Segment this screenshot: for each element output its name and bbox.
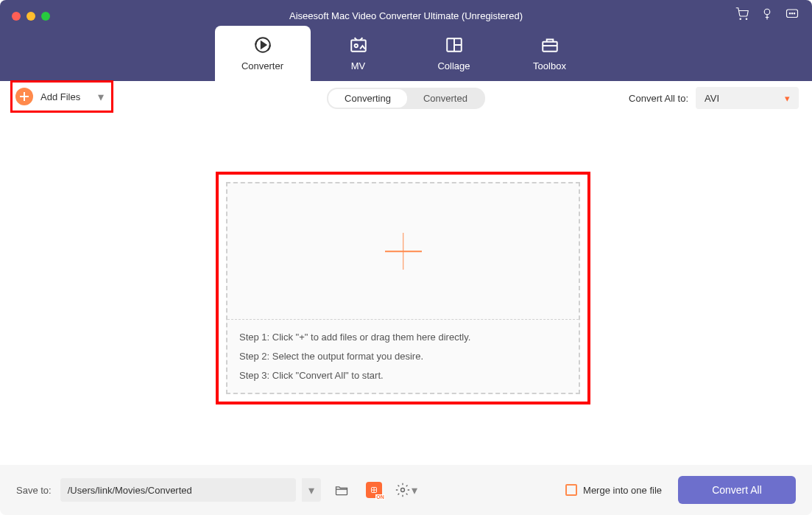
settings-button[interactable]: ▾ <box>395 478 418 502</box>
svg-rect-16 <box>543 42 557 52</box>
add-files-label: Add Files <box>40 91 80 102</box>
add-files-highlight: Add Files ▾ <box>10 80 113 113</box>
gpu-on-icon <box>366 482 382 498</box>
tab-toolbox-label: Toolbox <box>533 60 566 71</box>
tab-toolbox[interactable]: Toolbox <box>502 26 598 81</box>
svg-point-2 <box>764 9 770 15</box>
dropzone-highlight: Step 1: Click "+" to add files or drag t… <box>216 172 590 404</box>
segment-control: Converting Converted <box>327 88 485 109</box>
footer-bar: Save to: /Users/link/Movies/Converted ▾ … <box>0 465 812 515</box>
key-icon[interactable] <box>760 7 774 21</box>
tab-mv[interactable]: MV <box>311 26 406 81</box>
step-3: Step 3: Click "Convert All" to start. <box>239 370 567 381</box>
segment-converted[interactable]: Converted <box>407 89 484 108</box>
save-path-field[interactable]: /Users/link/Movies/Converted <box>60 478 296 502</box>
header-bar: Aiseesoft Mac Video Converter Ultimate (… <box>0 0 812 81</box>
step-2: Step 2: Select the output format you des… <box>239 351 567 362</box>
add-files-dropzone-button[interactable] <box>227 183 579 319</box>
svg-point-20 <box>400 488 404 492</box>
save-path-dropdown-button[interactable]: ▾ <box>302 478 321 502</box>
step-1: Step 1: Click "+" to add files or drag t… <box>239 332 567 343</box>
plus-icon <box>385 233 422 270</box>
main-area: Step 1: Click "+" to add files or drag t… <box>7 115 805 465</box>
chevron-down-icon: ▾ <box>412 483 417 497</box>
app-title: Aiseesoft Mac Video Converter Ultimate (… <box>0 10 812 21</box>
svg-point-1 <box>746 18 747 20</box>
gear-icon <box>395 483 410 497</box>
nav-tabs: Converter MV Collage Toolbox <box>215 26 598 81</box>
convert-all-button[interactable]: Convert All <box>678 476 796 504</box>
folder-icon <box>334 483 349 497</box>
add-files-button[interactable]: Add Files ▾ <box>15 88 104 105</box>
gpu-acceleration-button[interactable] <box>362 478 386 502</box>
tab-collage-label: Collage <box>437 60 470 71</box>
checkbox-icon <box>565 484 577 496</box>
svg-rect-18 <box>371 488 376 493</box>
open-folder-button[interactable] <box>330 478 353 502</box>
tab-converter[interactable]: Converter <box>215 26 311 81</box>
convert-to-wrap: Convert All to: AVI ▾ <box>629 87 799 109</box>
chevron-down-icon[interactable]: ▾ <box>98 90 104 104</box>
chevron-down-icon: ▾ <box>785 93 790 104</box>
save-to-label: Save to: <box>16 485 52 496</box>
svg-rect-11 <box>351 41 366 52</box>
svg-point-19 <box>373 489 375 491</box>
convert-all-to-label: Convert All to: <box>629 93 688 104</box>
format-select-value: AVI <box>705 93 719 104</box>
svg-point-6 <box>789 13 791 15</box>
cart-icon[interactable] <box>735 7 749 21</box>
tab-collage[interactable]: Collage <box>406 26 502 81</box>
svg-point-0 <box>740 18 741 20</box>
tab-mv-label: MV <box>351 60 366 71</box>
svg-point-12 <box>354 44 357 47</box>
feedback-icon[interactable] <box>785 7 799 21</box>
header-icons <box>735 7 799 21</box>
segment-converting[interactable]: Converting <box>328 89 407 108</box>
toolbar: Add Files ▾ Converting Converted Convert… <box>0 81 812 115</box>
svg-marker-10 <box>261 42 266 49</box>
save-path-value: /Users/link/Movies/Converted <box>68 485 192 496</box>
merge-checkbox[interactable]: Merge into one file <box>565 484 662 496</box>
merge-label: Merge into one file <box>583 485 662 496</box>
plus-icon <box>15 88 33 105</box>
format-select[interactable]: AVI ▾ <box>696 87 799 109</box>
svg-point-8 <box>794 13 795 15</box>
tab-converter-label: Converter <box>241 60 283 71</box>
svg-point-7 <box>791 13 793 15</box>
instruction-steps: Step 1: Click "+" to add files or drag t… <box>227 319 579 393</box>
dropzone[interactable]: Step 1: Click "+" to add files or drag t… <box>226 182 580 394</box>
